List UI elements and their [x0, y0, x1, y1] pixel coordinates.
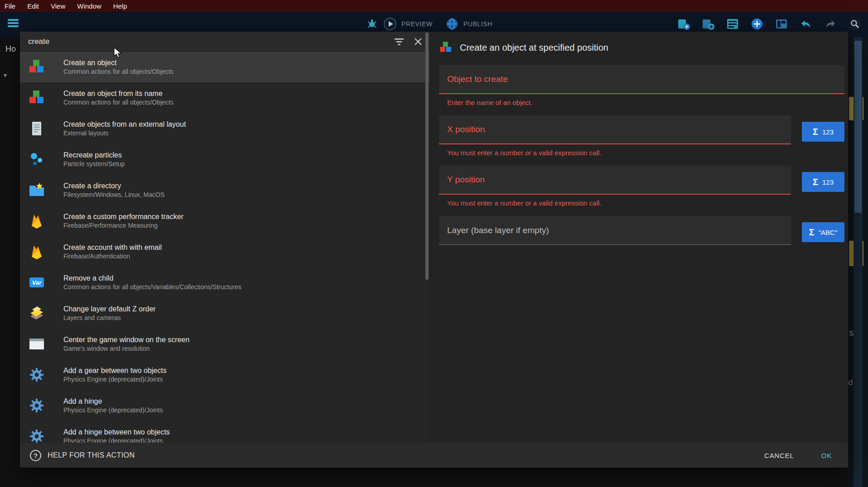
ok-button[interactable]: OK	[819, 451, 834, 460]
undo-icon[interactable]	[799, 17, 813, 31]
action-title: Create a directory	[63, 181, 164, 191]
action-list-item[interactable]: Create an object from its nameCommon act…	[20, 82, 429, 113]
publish-button-label[interactable]: PUBLISH	[463, 20, 492, 28]
add-circle-icon[interactable]	[750, 17, 764, 31]
action-list-item[interactable]: Create objects from an external layoutEx…	[20, 113, 429, 144]
objects-icon	[439, 41, 453, 54]
action-title: Add a gear between two objects	[63, 366, 167, 375]
action-title: Remove a child	[63, 273, 241, 283]
chevron-down-icon[interactable]: ▾	[4, 72, 7, 79]
debugger-icon[interactable]	[365, 17, 379, 31]
globe-icon[interactable]	[445, 17, 459, 31]
background-right-strip: s d...	[848, 37, 868, 487]
action-search-pane: create Create an objectCommon actions fo…	[20, 32, 429, 443]
layer-base-layer-if-empty-expression-button[interactable]: Σ"ABC"	[802, 222, 844, 242]
help-icon[interactable]: ?	[30, 450, 41, 461]
help-for-this-action-link[interactable]: HELP FOR THIS ACTION	[48, 451, 762, 459]
y-position-field[interactable]: Y position	[439, 166, 791, 195]
filter-icon[interactable]	[393, 36, 405, 48]
menu-view[interactable]: View	[45, 2, 71, 10]
action-title: Create an object from its name	[63, 89, 174, 98]
menu-bar: FileEditViewWindowHelp	[0, 0, 868, 12]
y-position-helper-text: You must enter a number or a valid expre…	[447, 199, 844, 207]
search-icon[interactable]	[848, 17, 862, 31]
action-results-list: Create an objectCommon actions for all o…	[20, 52, 429, 443]
choose-action-dialog: create Create an objectCommon actions fo…	[20, 32, 848, 468]
menu-help[interactable]: Help	[107, 2, 133, 10]
action-subtitle: Physics Engine (deprecated)/Joints	[63, 375, 167, 384]
action-list-item[interactable]: Change layer default Z orderLayers and c…	[20, 298, 429, 329]
background-tab-label: Ho	[5, 44, 16, 54]
y-position-expression-button[interactable]: Σ123	[802, 172, 844, 192]
action-title: Create an object	[63, 58, 174, 67]
action-list-item[interactable]: Create a custom performance trackerFireb…	[20, 205, 429, 236]
action-subtitle: Common actions for all objects/Objects	[63, 98, 174, 107]
layers-icon	[28, 305, 45, 322]
action-list-item[interactable]: Add a hingePhysics Engine (deprecated)/J…	[20, 390, 429, 421]
events-sheet-icon[interactable]	[726, 17, 739, 31]
fields-container: Object to createEnter the name of an obj…	[439, 65, 844, 245]
object-to-create-helper-text: Enter the name of an object.	[447, 99, 844, 106]
objects-icon	[28, 58, 45, 76]
action-list-item[interactable]: Create a directoryFilesystem/Windows, Li…	[20, 175, 429, 205]
gear-icon	[28, 428, 45, 443]
action-list-item[interactable]: Add a gear between two objectsPhysics En…	[20, 359, 429, 390]
gear-icon	[28, 366, 45, 383]
toolbar-center: PREVIEWPUBLISH	[365, 17, 501, 31]
action-subtitle: Physics Engine (deprecated)/Joints	[63, 437, 170, 443]
action-subtitle: Particle system/Setup	[63, 160, 125, 168]
action-search-bar: create	[20, 32, 429, 52]
x-position-label: X position	[447, 124, 485, 134]
project-panel-icon[interactable]	[775, 17, 788, 31]
action-subtitle: Firebase/Performance Measuring	[63, 221, 183, 230]
action-list-item[interactable]: Create account with with emailFirebase/A…	[20, 236, 429, 267]
project-manager-icon[interactable]	[6, 17, 20, 30]
layer-base-layer-if-empty-expression-type: "ABC"	[819, 229, 838, 236]
new-external-layout-icon[interactable]	[701, 17, 715, 31]
new-object-icon[interactable]	[677, 17, 690, 31]
document-icon	[28, 120, 45, 137]
dialog-footer: ? HELP FOR THIS ACTION CANCEL OK	[20, 443, 848, 468]
menu-window[interactable]: Window	[71, 2, 107, 10]
panel-header: Create an object at specified position	[439, 41, 844, 54]
particles-icon	[28, 151, 45, 168]
action-subtitle: Common actions for all objects/Objects	[63, 67, 174, 76]
action-list-item[interactable]: Create an objectCommon actions for all o…	[20, 52, 429, 82]
gear-icon	[28, 397, 45, 414]
layer-base-layer-if-empty-field[interactable]: Layer (base layer if empty)	[439, 216, 791, 245]
action-list-item[interactable]: Add a hinge between two objectsPhysics E…	[20, 421, 429, 443]
menu-file[interactable]: File	[5, 2, 21, 10]
preview-button-label[interactable]: PREVIEW	[401, 20, 433, 28]
action-list-item[interactable]: Center the game window on the screenGame…	[20, 329, 429, 359]
toolbar-right	[677, 17, 862, 31]
action-title: Change layer default Z order	[63, 304, 156, 314]
panel-title: Create an object at specified position	[460, 43, 608, 53]
var-icon: Var	[28, 274, 45, 291]
action-title: Add a hinge	[63, 396, 163, 406]
layer-base-layer-if-empty-label: Layer (base layer if empty)	[447, 225, 549, 235]
redo-icon[interactable]	[824, 17, 837, 31]
action-title: Center the game window on the screen	[63, 335, 189, 344]
action-list-item[interactable]: Recreate particlesParticle system/Setup	[20, 144, 429, 175]
search-input[interactable]: create	[28, 37, 386, 46]
close-icon[interactable]	[412, 36, 424, 48]
list-scrollbar-thumb[interactable]	[425, 33, 429, 280]
action-title: Recreate particles	[63, 150, 125, 160]
scrollbar-thumb[interactable]	[854, 41, 862, 213]
play-circle-icon[interactable]	[383, 17, 397, 31]
action-title: Create account with with email	[63, 243, 162, 252]
x-position-expression-button[interactable]: Σ123	[802, 122, 844, 142]
action-subtitle: Firebase/Authentication	[63, 252, 162, 261]
object-to-create-field[interactable]: Object to create	[439, 65, 844, 94]
object-to-create-label: Object to create	[447, 74, 508, 84]
x-position-field[interactable]: X position	[439, 115, 791, 144]
action-list-item[interactable]: VarRemove a childCommon actions for all …	[20, 267, 429, 298]
cancel-button[interactable]: CANCEL	[762, 451, 797, 460]
menu-edit[interactable]: Edit	[21, 2, 45, 10]
background-text-fragment: s	[849, 328, 854, 338]
action-title: Add a hinge between two objects	[63, 427, 170, 437]
vertical-scrollbar[interactable]	[854, 37, 863, 487]
action-subtitle: Common actions for all objects/Variables…	[63, 283, 241, 291]
folder-icon	[28, 181, 45, 199]
action-subtitle: Layers and cameras	[63, 314, 156, 322]
